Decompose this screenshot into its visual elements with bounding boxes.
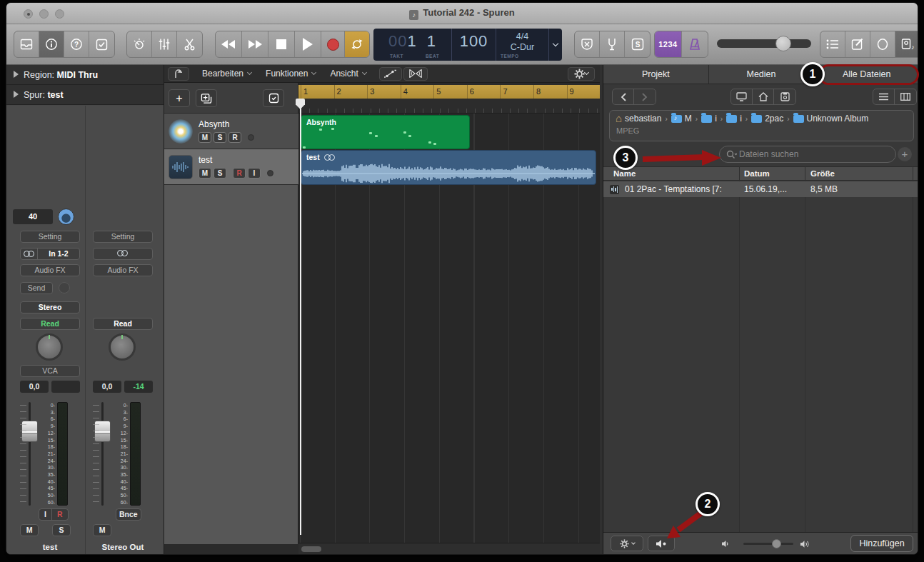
group-button[interactable]: VCA — [20, 365, 80, 377]
note-pads-button[interactable] — [845, 31, 870, 57]
ruler-tick-strip[interactable] — [298, 99, 600, 114]
automation-button[interactable] — [379, 67, 402, 81]
output-button[interactable]: Stereo — [20, 301, 80, 313]
audio-fx-slot[interactable]: Audio FX — [20, 264, 80, 276]
track-on-indicator[interactable] — [248, 134, 254, 141]
pan-value[interactable]: 0,0 — [93, 381, 121, 393]
hinzufuegen-button[interactable]: Hinzufügen — [850, 535, 913, 552]
preview-volume-thumb[interactable] — [772, 539, 781, 548]
record-enable-button[interactable]: R — [233, 168, 246, 179]
tuner-button[interactable] — [600, 31, 625, 57]
mute-button[interactable]: M — [93, 524, 111, 536]
search-input[interactable]: Dateien suchen — [719, 146, 896, 163]
solo-button[interactable]: S — [214, 132, 226, 143]
file-row[interactable]: 01 2Pac - Temptations [7: 15.06.19,... 8… — [603, 181, 918, 197]
setting-button[interactable]: Setting — [93, 231, 153, 243]
track-header-test[interactable]: test M S R I — [164, 149, 298, 185]
metronome-button[interactable] — [682, 31, 708, 57]
setting-button[interactable]: Setting — [20, 231, 80, 243]
pan-knob[interactable] — [109, 333, 136, 361]
mute-button[interactable]: M — [199, 132, 211, 143]
catch-playhead-button[interactable] — [168, 67, 189, 81]
track-name[interactable]: Absynth — [199, 119, 254, 129]
volume-fader[interactable] — [91, 402, 113, 506]
mute-button[interactable]: M — [20, 524, 39, 536]
stereo-format-icon[interactable] — [21, 249, 38, 259]
automation-mode-button[interactable]: Read — [20, 318, 80, 330]
toolbar-toggle-button[interactable] — [89, 31, 114, 57]
media-browser-button[interactable]: ♪ — [895, 31, 918, 57]
gain-value[interactable] — [51, 381, 80, 393]
stop-button[interactable] — [268, 31, 295, 57]
midi-region-absynth[interactable]: Absynth — [301, 115, 470, 149]
pan-value[interactable]: 0,0 — [20, 381, 49, 393]
menu-funktionen[interactable]: Funktionen — [258, 67, 323, 81]
track-list-empty-area[interactable] — [164, 185, 298, 544]
add-track-button[interactable]: + — [169, 89, 190, 107]
autopunch-button[interactable] — [575, 31, 600, 57]
file-table-header[interactable]: Name Datum Größe — [603, 166, 918, 181]
quick-help-button[interactable]: ? — [64, 31, 89, 57]
duplicate-track-button[interactable] — [196, 89, 217, 107]
bounce-button[interactable]: Bnce — [116, 508, 141, 521]
volume-fader[interactable] — [19, 402, 40, 506]
solo-button[interactable]: S — [52, 524, 71, 536]
mute-button[interactable]: M — [199, 168, 211, 179]
editors-button[interactable] — [177, 31, 202, 57]
menu-bearbeiten[interactable]: Bearbeiten — [195, 67, 258, 81]
mixer-button[interactable] — [152, 31, 177, 57]
gain-value[interactable]: -14 — [124, 381, 153, 393]
track-on-indicator[interactable] — [267, 170, 273, 176]
track-name[interactable]: test — [199, 155, 273, 165]
input-monitor-button[interactable]: I — [248, 168, 261, 179]
browser-action-menu-button[interactable] — [611, 536, 643, 551]
track-area-gear-button[interactable] — [568, 67, 595, 81]
master-volume-thumb[interactable] — [775, 36, 791, 51]
horizontal-scrollbar[interactable] — [298, 543, 600, 554]
count-in-button[interactable]: 1234 — [655, 31, 682, 57]
scrollbar-thumb[interactable] — [301, 546, 321, 552]
preview-play-button[interactable] — [648, 536, 675, 551]
list-view-button[interactable] — [873, 89, 895, 104]
fader-handle[interactable] — [94, 421, 111, 442]
stereo-format-button[interactable] — [93, 248, 153, 260]
record-button[interactable] — [321, 31, 345, 57]
master-volume-slider[interactable] — [717, 39, 811, 48]
send-slot[interactable]: Send — [20, 282, 53, 294]
track-header-options-button[interactable] — [263, 89, 284, 107]
play-button[interactable] — [295, 31, 321, 57]
add-search-filter-button[interactable]: + — [898, 147, 912, 161]
preview-volume-slider[interactable] — [743, 543, 793, 545]
lcd-display[interactable]: 001 1 TAKT BEAT 100 TEMPO 4/4 C-Dur — [373, 29, 562, 61]
fader-handle[interactable] — [21, 421, 38, 442]
input-button[interactable]: In 1-2 — [20, 248, 80, 260]
tab-medien[interactable]: Medien — [709, 65, 815, 84]
inspector-button[interactable] — [39, 31, 64, 57]
disk-icon[interactable] — [774, 89, 795, 104]
rewind-button[interactable] — [216, 31, 242, 57]
solo-button[interactable]: S — [214, 168, 226, 179]
track-inspector-header[interactable]: Spur: test — [6, 85, 164, 105]
forward-button[interactable] — [242, 31, 268, 57]
apple-loops-button[interactable] — [870, 31, 895, 57]
audio-fx-slot[interactable]: Audio FX — [93, 264, 153, 276]
input-monitor-record-buttons[interactable]: IR — [39, 508, 69, 521]
record-enable-button[interactable]: R — [229, 132, 241, 143]
send-knob[interactable] — [59, 282, 70, 293]
breadcrumb[interactable]: ⌂ sebastian› M› i› i› 2pac› Unknown Albu… — [610, 111, 913, 124]
smart-controls-button[interactable] — [127, 31, 152, 57]
automation-mode-button[interactable]: Read — [93, 318, 153, 330]
library-button[interactable] — [14, 31, 39, 57]
back-button[interactable] — [613, 89, 634, 104]
flex-button[interactable] — [403, 67, 428, 81]
track-header-absynth[interactable]: Absynth M S R — [164, 114, 298, 149]
column-view-button[interactable] — [895, 89, 916, 104]
tab-projekt[interactable]: Projekt — [603, 65, 709, 84]
audio-region-test[interactable]: test — [301, 150, 596, 185]
bar-ruler[interactable]: 123456789 — [298, 85, 600, 99]
home-icon[interactable] — [753, 89, 774, 104]
list-editors-button[interactable] — [820, 31, 845, 57]
forward-button[interactable] — [634, 89, 656, 104]
pan-knob[interactable] — [36, 333, 63, 361]
region-inspector-header[interactable]: Region: MIDI Thru — [6, 65, 164, 85]
